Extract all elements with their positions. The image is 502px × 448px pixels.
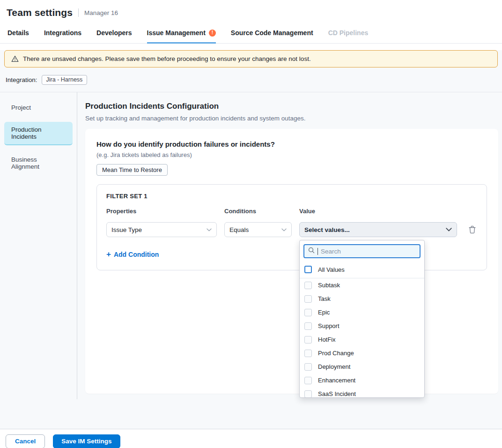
trash-icon — [468, 225, 476, 234]
column-header-properties: Properties — [106, 208, 217, 215]
section-title: Production Incidents Configuration — [85, 102, 498, 111]
tab-integrations[interactable]: Integrations — [44, 24, 81, 44]
option-prod-change[interactable]: Prod Change — [300, 346, 424, 360]
value-multiselect-placeholder: Select values... — [304, 226, 350, 233]
filter-column-headers: Properties Conditions Value — [106, 208, 477, 215]
integration-row: Integration: Jira - Harness — [0, 67, 502, 92]
integration-label: Integration: — [6, 76, 37, 83]
integration-chip[interactable]: Jira - Harness — [42, 75, 88, 85]
main-section: Production Incidents Configuration Set u… — [77, 92, 502, 399]
team-name: Manager 16 — [84, 9, 118, 16]
checkbox[interactable] — [304, 282, 312, 289]
tab-details[interactable]: Details — [7, 24, 29, 44]
banner-text: There are unsaved changes. Please save t… — [23, 55, 311, 62]
filter-set-title: FILTER SET 1 — [106, 193, 477, 200]
checkbox[interactable] — [304, 336, 312, 343]
dropdown-search-input[interactable]: Search — [303, 244, 421, 258]
filter-set-card: FILTER SET 1 Properties Conditions Value… — [96, 184, 487, 270]
question-heading: How do you identify production failures … — [96, 140, 487, 148]
config-panel: How do you identify production failures … — [85, 129, 498, 394]
all-values-label: All Values — [318, 266, 345, 273]
tab-bar: Details Integrations Developers Issue Ma… — [0, 24, 502, 44]
footer-actions: Cancel Save IM Settings — [0, 429, 502, 448]
checkbox[interactable] — [304, 322, 312, 330]
tab-developers[interactable]: Developers — [96, 24, 132, 44]
checkbox[interactable] — [304, 363, 312, 371]
cancel-button[interactable]: Cancel — [6, 434, 45, 448]
tab-issue-management[interactable]: Issue Management ! — [147, 24, 216, 44]
properties-select-value: Issue Type — [111, 226, 142, 233]
option-task[interactable]: Task — [300, 292, 424, 306]
save-im-settings-button[interactable]: Save IM Settings — [53, 434, 120, 448]
option-hotfix[interactable]: HotFix — [300, 333, 424, 346]
warning-triangle-icon — [11, 55, 19, 62]
tab-cd-pipelines: CD Pipelines — [328, 24, 369, 44]
checkbox[interactable] — [304, 377, 312, 384]
conditions-select-value: Equals — [229, 226, 249, 233]
unsaved-changes-badge-icon: ! — [209, 30, 216, 37]
dropdown-option-list: Subtask Task Epic Support HotFix Prod Ch… — [300, 278, 424, 398]
checkbox[interactable] — [304, 309, 312, 316]
search-placeholder: Search — [321, 248, 341, 255]
page-title: Team settings — [7, 7, 73, 18]
add-condition-button[interactable]: + Add Condition — [106, 250, 159, 258]
question-hint: (e.g. Jira tickets labeled as failures) — [96, 151, 487, 158]
sidebar-item-business-alignment[interactable]: Business Alignment — [4, 152, 73, 174]
text-cursor — [317, 248, 318, 255]
sidebar-item-project[interactable]: Project — [4, 100, 73, 115]
conditions-select[interactable]: Equals — [224, 222, 292, 237]
properties-select[interactable]: Issue Type — [106, 222, 217, 237]
search-icon — [308, 247, 315, 255]
delete-condition-button[interactable] — [467, 224, 477, 235]
all-values-checkbox[interactable] — [304, 266, 312, 273]
column-header-value: Value — [299, 208, 457, 215]
content-area: There are unsaved changes. Please save t… — [0, 50, 502, 429]
chevron-down-icon — [281, 228, 287, 231]
filter-condition-row: Issue Type Equals — [106, 222, 477, 237]
value-dropdown: Search All Values Subtask Task Epic — [299, 240, 425, 398]
metric-chip-mean-time-to-restore[interactable]: Mean Time to Restore — [96, 164, 168, 176]
checkbox[interactable] — [304, 350, 312, 357]
section-subtitle: Set up tracking and management for produ… — [85, 115, 498, 122]
plus-icon: + — [106, 250, 111, 258]
option-subtask[interactable]: Subtask — [300, 278, 424, 292]
chevron-down-icon — [446, 228, 452, 231]
tab-issue-management-label: Issue Management — [147, 29, 206, 37]
sidebar-item-production-incidents[interactable]: Production Incidents — [4, 122, 73, 145]
unsaved-changes-banner: There are unsaved changes. Please save t… — [4, 50, 498, 67]
settings-body: Project Production Incidents Business Al… — [0, 92, 502, 399]
title-divider — [78, 8, 79, 17]
option-enhancement[interactable]: Enhancement — [300, 373, 424, 387]
option-support[interactable]: Support — [300, 319, 424, 333]
incidents-sidebar: Project Production Incidents Business Al… — [0, 92, 77, 399]
option-saas-incident[interactable]: SaaS Incident — [300, 387, 424, 398]
chevron-down-icon — [207, 228, 212, 231]
option-epic[interactable]: Epic — [300, 306, 424, 319]
add-condition-label: Add Condition — [114, 251, 159, 258]
option-deployment[interactable]: Deployment — [300, 360, 424, 373]
checkbox[interactable] — [304, 295, 312, 303]
column-header-conditions: Conditions — [224, 208, 292, 215]
tab-source-code-management[interactable]: Source Code Management — [231, 24, 313, 44]
option-all-values[interactable]: All Values — [300, 262, 424, 278]
checkbox[interactable] — [304, 390, 312, 398]
value-multiselect[interactable]: Select values... — [299, 222, 457, 237]
page-header: Team settings Manager 16 — [0, 0, 502, 24]
